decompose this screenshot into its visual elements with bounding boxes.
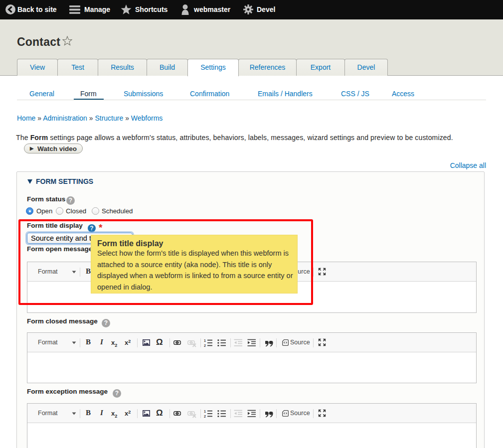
svg-text:2: 2	[204, 344, 206, 347]
svg-text:1: 1	[204, 410, 206, 413]
svg-text:1: 1	[204, 339, 206, 342]
svg-text:2: 2	[204, 415, 206, 418]
